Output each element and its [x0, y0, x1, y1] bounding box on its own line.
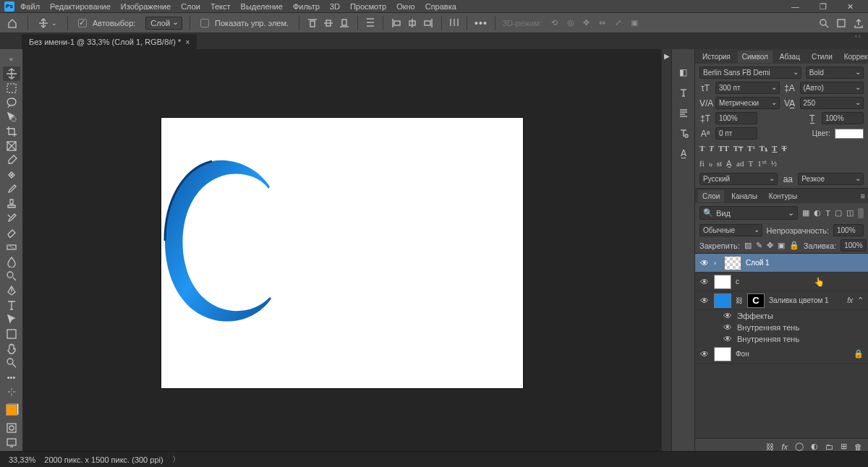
new-group-icon[interactable]: 🗀: [825, 442, 833, 451]
tracking[interactable]: 250: [800, 97, 864, 109]
layer-fx-icon[interactable]: fx: [781, 442, 788, 451]
visibility-icon[interactable]: 👁: [699, 349, 710, 359]
layer-row[interactable]: 👁 Фон 🔒: [695, 345, 868, 364]
document-tab[interactable]: Без имени-1 @ 33,3% (Слой 1, RGB/8#) * ×: [22, 34, 197, 49]
distribute-icon[interactable]: [365, 17, 375, 29]
3d-slide-icon[interactable]: ⇔: [597, 18, 608, 27]
color-panel-icon[interactable]: ◧: [675, 65, 692, 80]
new-adjustment-icon[interactable]: ◐: [811, 442, 818, 451]
baseline-shift[interactable]: 0 пт: [715, 127, 757, 140]
superscript-icon[interactable]: T¹: [747, 144, 755, 153]
menu-select[interactable]: Выделение: [241, 2, 283, 11]
menu-image[interactable]: Изображение: [121, 2, 171, 11]
3d-roll-icon[interactable]: ◎: [565, 18, 576, 27]
canvas-area[interactable]: [23, 49, 661, 454]
layer-filter[interactable]: 🔍Вид⌄: [699, 206, 798, 220]
fg-color[interactable]: [6, 404, 17, 416]
fill-value[interactable]: 100%: [841, 239, 867, 252]
menu-help[interactable]: Справка: [425, 2, 456, 11]
autoselect-target[interactable]: Слой: [145, 17, 182, 30]
opacity-value[interactable]: 100%: [833, 224, 864, 236]
maximize-icon[interactable]: ❐: [820, 2, 827, 12]
filter-toggle-icon[interactable]: [858, 208, 864, 218]
blend-mode[interactable]: Обычные: [699, 224, 762, 236]
layer-name[interactable]: Заливка цветом 1: [769, 296, 843, 304]
more-icon[interactable]: •••: [475, 17, 488, 29]
layer-name[interactable]: c: [736, 278, 864, 286]
align-right-icon[interactable]: [422, 18, 434, 28]
layer-thumb[interactable]: [714, 347, 731, 361]
visibility-icon[interactable]: 👁: [699, 277, 710, 287]
share-icon[interactable]: [854, 18, 864, 30]
menu-filter[interactable]: Фильтр: [293, 2, 320, 11]
layer-thumb[interactable]: [714, 294, 731, 308]
screen-mode-icon[interactable]: [836, 18, 846, 30]
tab-history[interactable]: История: [698, 51, 735, 63]
align-bottom-icon[interactable]: [339, 18, 350, 28]
layer-mask-thumb[interactable]: C: [747, 294, 765, 308]
panel-collapse-icon[interactable]: ‹‹: [694, 33, 868, 40]
stylistic-icon[interactable]: ad: [736, 159, 744, 168]
3d-camera-icon[interactable]: ▣: [629, 18, 640, 27]
faux-bold-icon[interactable]: T: [699, 144, 705, 153]
fractions-icon[interactable]: ½: [771, 159, 777, 168]
tab-channels[interactable]: Каналы: [727, 190, 762, 202]
tab-layers[interactable]: Слои: [698, 190, 724, 202]
paragraph-panel-icon[interactable]: [675, 106, 692, 120]
filter-smart-icon[interactable]: ◫: [846, 208, 854, 218]
text-color-swatch[interactable]: [835, 129, 864, 139]
font-size[interactable]: 300 пт: [715, 82, 780, 94]
visibility-icon[interactable]: 👁: [699, 258, 710, 268]
showcontrols-checkbox[interactable]: Показать упр. элем.: [197, 17, 292, 29]
subscript-icon[interactable]: T₁: [760, 144, 767, 153]
character-panel-icon[interactable]: [675, 85, 692, 100]
lock-position-icon[interactable]: ✥: [767, 241, 773, 250]
gradient-tool[interactable]: [3, 240, 20, 254]
antialiasing-select[interactable]: Резкое: [798, 173, 864, 185]
hand-tool[interactable]: [3, 341, 20, 356]
3d-scale-icon[interactable]: ⤢: [613, 18, 624, 27]
shape-tool[interactable]: [3, 327, 20, 341]
path-select-tool[interactable]: [3, 312, 20, 327]
smallcaps-icon[interactable]: Tᴛ: [733, 144, 743, 153]
faux-italic-icon[interactable]: T: [709, 144, 714, 153]
glyphs-panel-icon[interactable]: [675, 126, 692, 140]
brush-tool[interactable]: [3, 182, 20, 197]
lasso-tool[interactable]: [3, 95, 20, 110]
autoselect-checkbox[interactable]: Автовыбор:: [75, 17, 138, 29]
lock-all-icon[interactable]: 🔒: [789, 241, 799, 250]
collapse-icon[interactable]: «: [3, 52, 20, 67]
layer-name[interactable]: Слой 1: [746, 259, 864, 267]
tab-paragraph[interactable]: Абзац: [775, 51, 804, 63]
layer-row[interactable]: 👁 c 👆: [695, 273, 868, 291]
eyedropper-tool[interactable]: [3, 153, 20, 168]
effect-row[interactable]: 👁 Внутренняя тень: [695, 333, 868, 345]
align-vcenter-icon[interactable]: [323, 18, 334, 28]
ordinals-icon[interactable]: 1ˢᵗ: [757, 159, 767, 168]
search-icon[interactable]: [819, 18, 829, 30]
effect-row[interactable]: 👁 Внутренняя тень: [695, 322, 868, 333]
menu-window[interactable]: Окно: [396, 2, 415, 11]
zoom-tool[interactable]: [3, 356, 20, 370]
layer-row[interactable]: 👁 ⛓ C Заливка цветом 1 fx ⌃: [695, 291, 868, 310]
layer-thumb[interactable]: [724, 256, 741, 270]
styles-panel-icon[interactable]: A̲: [675, 146, 692, 160]
new-layer-icon[interactable]: ⊞: [841, 442, 847, 451]
tab-close-icon[interactable]: ×: [185, 38, 190, 46]
3d-orbit-icon[interactable]: ⟲: [549, 18, 561, 27]
marquee-tool[interactable]: [3, 81, 20, 95]
distribute-h-icon[interactable]: [449, 17, 459, 29]
blur-tool[interactable]: [3, 254, 20, 269]
frame-tool[interactable]: [3, 139, 20, 153]
swash-icon[interactable]: A̰: [726, 159, 732, 168]
crop-tool[interactable]: [3, 124, 20, 139]
align-top-icon[interactable]: [307, 18, 318, 28]
strikethrough-icon[interactable]: T: [781, 144, 786, 153]
edit-toolbar-icon[interactable]: [3, 385, 20, 399]
contextual-icon[interactable]: ℴ: [709, 159, 712, 168]
font-weight-select[interactable]: Bold: [806, 67, 864, 79]
more-tools-icon[interactable]: •••: [3, 370, 20, 385]
lock-paint-icon[interactable]: ✎: [756, 241, 762, 250]
ligatures-icon[interactable]: fi: [699, 159, 705, 168]
quickselect-tool[interactable]: [3, 110, 20, 124]
